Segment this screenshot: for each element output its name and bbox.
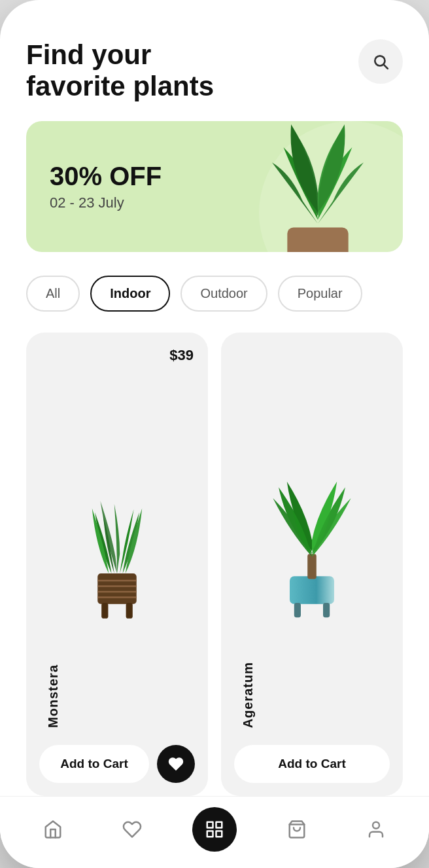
banner-date-text: 02 - 23 July (50, 194, 162, 211)
title-line1: Find your (26, 39, 151, 70)
ageratum-image: Ageratum (234, 346, 390, 734)
svg-rect-15 (207, 822, 213, 827)
svg-rect-3 (287, 227, 348, 252)
nav-scan[interactable] (192, 807, 237, 852)
monstera-add-to-cart[interactable]: Add to Cart (39, 745, 149, 783)
screen: Find your favorite plants 30% OFF 02 - 2… (0, 0, 429, 796)
bottom-navigation (0, 796, 429, 868)
title-line2: favorite plants (26, 71, 214, 101)
filter-tab-popular[interactable]: Popular (278, 276, 362, 312)
product-card-monstera: $39 (26, 333, 208, 796)
search-icon (372, 53, 389, 70)
banner-content: 30% OFF 02 - 23 July (50, 162, 162, 211)
svg-point-20 (373, 822, 379, 828)
svg-rect-4 (97, 573, 137, 604)
product-grid: $39 (26, 333, 403, 796)
product-card-ageratum: Ageratum Add to Cart (221, 333, 403, 796)
svg-rect-9 (101, 603, 108, 619)
nav-favorites[interactable] (112, 810, 152, 849)
filter-tab-indoor[interactable]: Indoor (90, 276, 170, 312)
header: Find your favorite plants (26, 39, 403, 103)
svg-rect-12 (294, 603, 301, 617)
monstera-plant-svg (61, 452, 173, 628)
page-title: Find your favorite plants (26, 39, 214, 103)
scan-icon (205, 820, 224, 839)
ageratum-name: Ageratum (241, 662, 256, 728)
banner-plant-svg (226, 121, 403, 252)
banner-plant-image (226, 121, 403, 252)
monstera-name: Monstera (46, 664, 61, 728)
home-icon (43, 820, 63, 839)
ageratum-plant-svg (256, 452, 368, 628)
svg-line-1 (384, 65, 388, 69)
svg-rect-13 (323, 603, 330, 617)
nav-home[interactable] (33, 810, 73, 849)
svg-rect-11 (290, 576, 334, 604)
svg-rect-16 (216, 822, 222, 827)
monstera-favorite-button[interactable] (157, 745, 195, 783)
monstera-actions: Add to Cart (39, 745, 195, 783)
banner-discount-text: 30% OFF (50, 162, 162, 190)
filter-tab-all[interactable]: All (26, 276, 80, 312)
svg-rect-14 (307, 554, 317, 579)
phone-container: Find your favorite plants 30% OFF 02 - 2… (0, 0, 429, 868)
filter-tabs: All Indoor Outdoor Popular (26, 276, 403, 312)
svg-rect-18 (216, 831, 222, 837)
monstera-image: Monstera (39, 346, 195, 734)
svg-rect-10 (126, 603, 133, 619)
nav-profile[interactable] (356, 810, 396, 849)
promo-banner: 30% OFF 02 - 23 July (26, 121, 403, 252)
cart-icon (287, 820, 307, 839)
profile-icon (366, 820, 386, 839)
svg-rect-17 (207, 831, 213, 837)
heart-nav-icon (122, 820, 142, 839)
ageratum-actions: Add to Cart (234, 745, 390, 783)
nav-cart[interactable] (277, 810, 317, 849)
filter-tab-outdoor[interactable]: Outdoor (180, 276, 267, 312)
search-button[interactable] (358, 39, 403, 84)
heart-icon (168, 756, 184, 772)
ageratum-add-to-cart[interactable]: Add to Cart (234, 745, 390, 783)
